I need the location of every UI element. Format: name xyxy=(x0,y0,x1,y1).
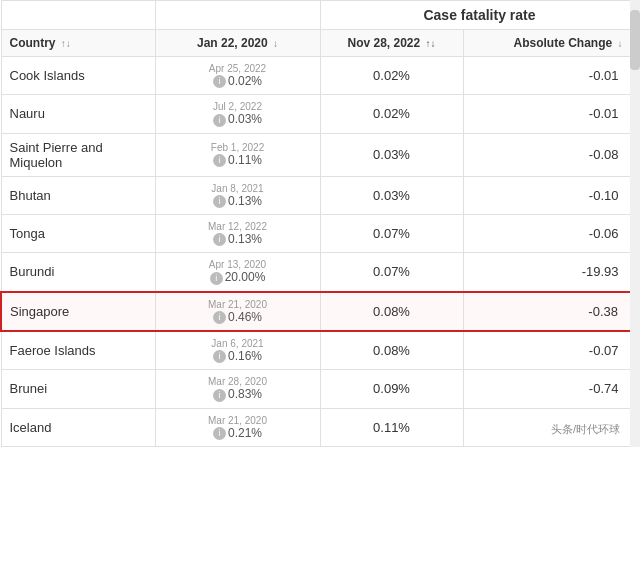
cell-jan: Jan 8, 2021i0.13% xyxy=(155,176,320,214)
data-table: Case fatality rate Country ↑↓ Jan 22, 20… xyxy=(0,0,640,447)
date-note: Apr 13, 2020 xyxy=(164,259,312,270)
cell-abs-change: -0.08 xyxy=(463,133,639,176)
cell-country: Saint Pierre and Miquelon xyxy=(1,133,155,176)
info-icon: i xyxy=(213,114,226,127)
info-icon: i xyxy=(213,233,226,246)
cell-abs-change: -0.01 xyxy=(463,57,639,95)
cell-abs-change: -0.74 xyxy=(463,370,639,408)
jan-pct: i0.13% xyxy=(213,232,262,246)
date-note: Jan 6, 2021 xyxy=(164,338,312,349)
cell-nov: 0.03% xyxy=(320,133,463,176)
header-group-row: Case fatality rate xyxy=(1,1,639,30)
info-icon: i xyxy=(213,350,226,363)
table-body: Cook IslandsApr 25, 2022i0.02%0.02%-0.01… xyxy=(1,57,639,447)
jan-pct: i0.83% xyxy=(213,387,262,401)
table-row: BurundiApr 13, 2020i20.00%0.07%-19.93 xyxy=(1,253,639,292)
main-container: Case fatality rate Country ↑↓ Jan 22, 20… xyxy=(0,0,640,447)
cell-abs-change: -0.10 xyxy=(463,176,639,214)
table-row: Cook IslandsApr 25, 2022i0.02%0.02%-0.01 xyxy=(1,57,639,95)
table-row: BhutanJan 8, 2021i0.13%0.03%-0.10 xyxy=(1,176,639,214)
info-icon: i xyxy=(213,311,226,324)
cell-abs-change: -0.06 xyxy=(463,214,639,252)
cell-country: Iceland xyxy=(1,408,155,446)
cell-nov: 0.07% xyxy=(320,214,463,252)
cell-nov: 0.09% xyxy=(320,370,463,408)
cell-abs-change: -0.01 xyxy=(463,95,639,133)
th-country[interactable]: Country ↑↓ xyxy=(1,30,155,57)
abs-label: Absolute Change xyxy=(513,36,612,50)
subheader-row: Country ↑↓ Jan 22, 2020 ↓ Nov 28, 2022 ↑… xyxy=(1,30,639,57)
jan-pct: i0.46% xyxy=(213,310,262,324)
info-icon: i xyxy=(213,154,226,167)
jan-pct: i0.21% xyxy=(213,426,262,440)
date-note: Feb 1, 2022 xyxy=(164,142,312,153)
watermark: 头条/时代环球 xyxy=(551,422,620,437)
nov-label: Nov 28, 2022 xyxy=(347,36,420,50)
th-cfr-title: Case fatality rate xyxy=(320,1,639,30)
cell-nov: 0.08% xyxy=(320,292,463,331)
jan-pct: i0.16% xyxy=(213,349,262,363)
jan-pct: i20.00% xyxy=(210,270,266,284)
cell-country: Burundi xyxy=(1,253,155,292)
cell-abs-change: -19.93 xyxy=(463,253,639,292)
cell-jan: Feb 1, 2022i0.11% xyxy=(155,133,320,176)
sort-jan-icon[interactable]: ↓ xyxy=(273,38,278,49)
date-note: Apr 25, 2022 xyxy=(164,63,312,74)
th-abs[interactable]: Absolute Change ↓ xyxy=(463,30,639,57)
jan-pct: i0.03% xyxy=(213,112,262,126)
table-row: Faeroe IslandsJan 6, 2021i0.16%0.08%-0.0… xyxy=(1,331,639,370)
info-icon: i xyxy=(213,75,226,88)
cell-country: Singapore xyxy=(1,292,155,331)
date-note: Mar 28, 2020 xyxy=(164,376,312,387)
scrollbar-thumb[interactable] xyxy=(630,10,640,70)
cell-abs-change: -0.07 xyxy=(463,331,639,370)
jan-pct: i0.11% xyxy=(213,153,262,167)
cell-nov: 0.07% xyxy=(320,253,463,292)
date-note: Jul 2, 2022 xyxy=(164,101,312,112)
sort-nov-icon[interactable]: ↑↓ xyxy=(426,38,436,49)
table-row: NauruJul 2, 2022i0.03%0.02%-0.01 xyxy=(1,95,639,133)
cell-jan: Mar 21, 2020i0.46% xyxy=(155,292,320,331)
jan-pct: i0.13% xyxy=(213,194,262,208)
cell-nov: 0.03% xyxy=(320,176,463,214)
th-country-empty xyxy=(1,1,155,30)
jan-pct: i0.02% xyxy=(213,74,262,88)
cell-country: Tonga xyxy=(1,214,155,252)
info-icon: i xyxy=(213,427,226,440)
cell-nov: 0.08% xyxy=(320,331,463,370)
cell-jan: Mar 21, 2020i0.21% xyxy=(155,408,320,446)
cell-nov: 0.02% xyxy=(320,57,463,95)
cell-jan: Jan 6, 2021i0.16% xyxy=(155,331,320,370)
th-jan[interactable]: Jan 22, 2020 ↓ xyxy=(155,30,320,57)
date-note: Mar 12, 2022 xyxy=(164,221,312,232)
cell-jan: Apr 25, 2022i0.02% xyxy=(155,57,320,95)
cell-jan: Mar 12, 2022i0.13% xyxy=(155,214,320,252)
cell-nov: 0.11% xyxy=(320,408,463,446)
cell-jan: Apr 13, 2020i20.00% xyxy=(155,253,320,292)
cell-jan: Jul 2, 2022i0.03% xyxy=(155,95,320,133)
th-jan-empty xyxy=(155,1,320,30)
sort-country-icon[interactable]: ↑↓ xyxy=(61,38,71,49)
info-icon: i xyxy=(213,389,226,402)
date-note: Jan 8, 2021 xyxy=(164,183,312,194)
country-label: Country xyxy=(10,36,56,50)
cell-country: Bhutan xyxy=(1,176,155,214)
table-row: BruneiMar 28, 2020i0.83%0.09%-0.74 xyxy=(1,370,639,408)
table-row: Saint Pierre and MiquelonFeb 1, 2022i0.1… xyxy=(1,133,639,176)
info-icon: i xyxy=(210,272,223,285)
cell-country: Faeroe Islands xyxy=(1,331,155,370)
jan-label: Jan 22, 2020 xyxy=(197,36,268,50)
table-row: IcelandMar 21, 2020i0.21%0.11% xyxy=(1,408,639,446)
cell-country: Nauru xyxy=(1,95,155,133)
date-note: Mar 21, 2020 xyxy=(164,299,312,310)
date-note: Mar 21, 2020 xyxy=(164,415,312,426)
cell-jan: Mar 28, 2020i0.83% xyxy=(155,370,320,408)
cell-country: Brunei xyxy=(1,370,155,408)
cell-nov: 0.02% xyxy=(320,95,463,133)
th-nov[interactable]: Nov 28, 2022 ↑↓ xyxy=(320,30,463,57)
info-icon: i xyxy=(213,195,226,208)
sort-abs-icon[interactable]: ↓ xyxy=(618,38,623,49)
cell-abs-change: -0.38 xyxy=(463,292,639,331)
cell-country: Cook Islands xyxy=(1,57,155,95)
scrollbar[interactable] xyxy=(630,0,640,447)
